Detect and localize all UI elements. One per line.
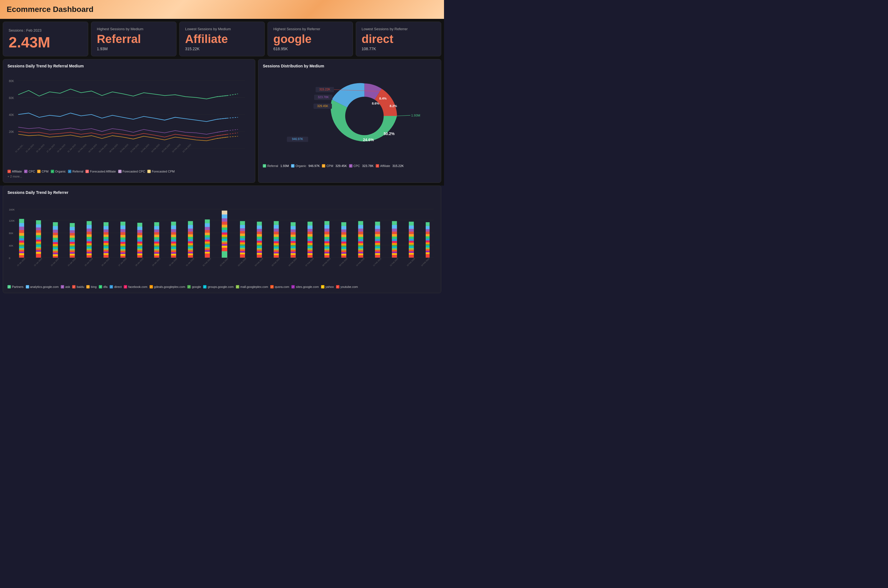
svg-rect-280 <box>240 236 245 238</box>
svg-rect-192 <box>154 232 159 235</box>
svg-rect-365 <box>325 237 329 239</box>
svg-rect-190 <box>154 226 159 230</box>
svg-rect-83 <box>36 250 41 252</box>
svg-text:10 Feb 2023: 10 Feb 2023 <box>119 144 129 153</box>
svg-rect-131 <box>87 247 92 249</box>
svg-rect-468 <box>426 236 430 239</box>
svg-rect-470 <box>426 240 430 243</box>
svg-rect-118 <box>70 254 75 256</box>
svg-rect-420 <box>375 245 380 247</box>
kpi-highest-medium-label: Highest Sessions by Medium <box>97 27 143 31</box>
svg-rect-419 <box>375 243 380 245</box>
svg-text:12 Feb 2023: 12 Feb 2023 <box>389 258 398 267</box>
svg-rect-78 <box>36 242 41 244</box>
svg-rect-294 <box>257 229 262 232</box>
svg-rect-183 <box>137 249 142 250</box>
svg-rect-114 <box>70 247 75 249</box>
svg-rect-416 <box>375 237 380 239</box>
bar-group-7: 27 Jan 2023 <box>118 222 127 267</box>
svg-rect-269 <box>222 242 227 244</box>
svg-rect-364 <box>325 234 329 237</box>
svg-text:27 Jan 2023: 27 Jan 2023 <box>118 258 127 267</box>
svg-rect-187 <box>137 255 142 258</box>
charts-row: Sessions Daily Trend by Referral Medium … <box>0 59 444 186</box>
legend-color-referral: ✓ <box>68 170 71 173</box>
svg-rect-302 <box>257 246 262 248</box>
bar-group-24: 13 Feb 2023 <box>406 222 415 267</box>
svg-rect-279 <box>240 234 245 236</box>
svg-rect-454 <box>409 244 414 247</box>
svg-rect-296 <box>257 234 262 237</box>
svg-rect-148 <box>104 247 108 249</box>
svg-rect-307 <box>257 255 262 258</box>
svg-rect-381 <box>341 235 346 237</box>
svg-rect-442 <box>392 253 397 255</box>
svg-text:160K: 160K <box>9 208 15 211</box>
svg-rect-74 <box>36 233 41 236</box>
kpi-lowest-referrer-sub: 108.77K <box>362 46 376 51</box>
svg-rect-439 <box>392 248 397 250</box>
svg-rect-424 <box>375 252 380 254</box>
legend-color-forecasted-cpc: ✓ <box>118 170 122 173</box>
svg-text:23 Jan 2023: 23 Jan 2023 <box>51 258 59 267</box>
more-link[interactable]: + 2 more... <box>8 175 251 178</box>
svg-rect-471 <box>426 242 430 244</box>
bar-group-22: 11 Feb 2023 <box>373 222 382 267</box>
legend-affiliate: ✓ Affiliate <box>8 170 22 173</box>
kpi-highest-referrer-label: Highest Sessions by Referrer <box>273 27 320 31</box>
donut-legend-cpm: ✓ CPM 329.45K <box>322 164 347 168</box>
svg-text:1.93M: 1.93M <box>411 114 421 117</box>
svg-text:40K: 40K <box>9 114 14 117</box>
svg-rect-96 <box>53 246 58 248</box>
svg-rect-176 <box>137 235 142 238</box>
svg-rect-373 <box>325 252 329 254</box>
svg-rect-124 <box>87 232 92 235</box>
svg-rect-362 <box>325 228 329 232</box>
svg-text:120K: 120K <box>9 219 15 222</box>
svg-rect-149 <box>104 248 108 250</box>
svg-rect-130 <box>87 245 92 247</box>
svg-rect-107 <box>70 233 75 236</box>
svg-rect-338 <box>290 250 296 252</box>
svg-rect-436 <box>392 243 397 245</box>
svg-rect-333 <box>290 241 296 243</box>
svg-rect-310 <box>274 225 279 229</box>
svg-text:8.6%: 8.6% <box>372 102 379 105</box>
svg-rect-314 <box>274 237 279 239</box>
svg-rect-81 <box>36 247 41 249</box>
kpi-lowest-referrer: Lowest Sessions by Referrer direct 108.7… <box>356 22 441 56</box>
svg-rect-115 <box>70 249 75 251</box>
svg-rect-339 <box>290 252 296 254</box>
svg-text:08 Feb 2023: 08 Feb 2023 <box>322 258 331 267</box>
donut-legend-affiliate: ✓ Affiliate 315.22K <box>376 164 404 168</box>
svg-rect-258 <box>222 214 227 219</box>
svg-rect-408 <box>358 254 363 255</box>
svg-rect-84 <box>36 252 41 254</box>
svg-rect-175 <box>137 233 142 236</box>
svg-rect-446 <box>409 225 414 229</box>
svg-rect-238 <box>188 255 193 258</box>
bar-group-20: 09 Feb 2023 <box>339 222 348 267</box>
svg-rect-407 <box>358 252 363 254</box>
svg-rect-350 <box>308 241 313 243</box>
svg-rect-161 <box>120 240 125 242</box>
svg-rect-199 <box>154 247 159 249</box>
legend-color-cpc: ✓ <box>24 170 27 173</box>
svg-rect-246 <box>205 237 210 240</box>
svg-rect-85 <box>36 254 41 258</box>
svg-rect-113 <box>70 246 75 248</box>
svg-rect-230 <box>188 241 193 243</box>
svg-rect-251 <box>205 247 210 249</box>
svg-rect-68 <box>19 255 24 258</box>
svg-rect-331 <box>290 237 296 239</box>
svg-rect-89 <box>53 230 58 233</box>
svg-rect-64 <box>19 248 24 250</box>
svg-rect-219 <box>171 252 176 254</box>
svg-rect-221 <box>171 255 176 258</box>
bar-group-17: 06 Feb 2023 <box>288 222 297 267</box>
svg-rect-322 <box>274 252 279 254</box>
bar-group-23: 12 Feb 2023 <box>389 221 398 267</box>
svg-rect-244 <box>205 233 210 236</box>
svg-rect-287 <box>240 249 245 251</box>
svg-rect-429 <box>392 225 397 229</box>
